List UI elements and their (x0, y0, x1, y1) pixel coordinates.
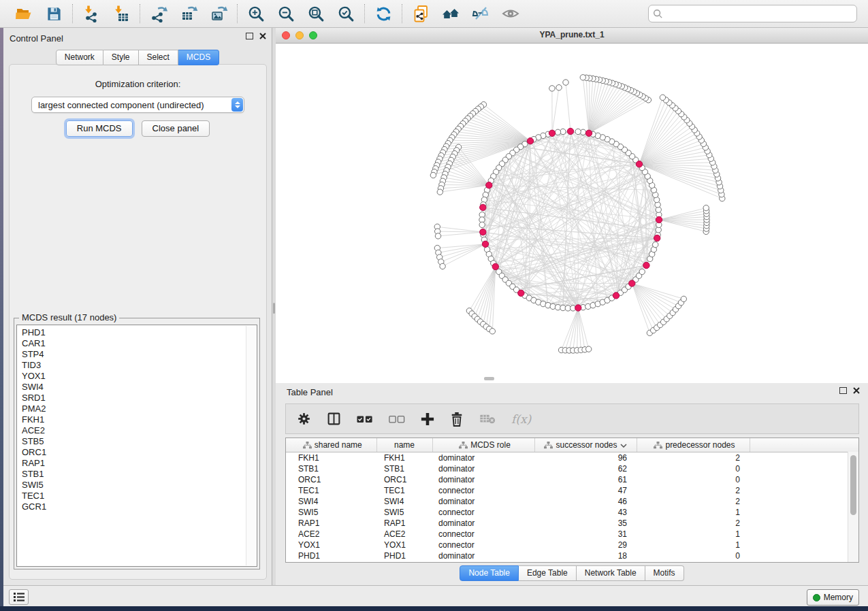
tab-edge-table[interactable]: Edge Table (519, 565, 577, 581)
table-cell: PHD1 (376, 550, 432, 561)
table-cell: dominator (432, 452, 534, 463)
network-view-window: YPA_prune.txt_1 (276, 28, 868, 383)
float-window-icon[interactable] (839, 387, 847, 394)
table-row[interactable]: SWI4SWI4dominator462 (286, 496, 858, 507)
add-column-icon[interactable] (421, 412, 434, 426)
clone-network-icon[interactable] (411, 4, 430, 23)
network-window-titlebar[interactable]: YPA_prune.txt_1 (276, 28, 868, 44)
zoom-selected-icon[interactable] (336, 4, 355, 23)
mcds-result-item[interactable]: STB5 (22, 436, 257, 447)
table-cell: ACE2 (376, 529, 432, 540)
mcds-result-item[interactable]: ACE2 (22, 425, 257, 436)
close-panel-icon[interactable] (853, 387, 860, 394)
column-header-successor-nodes[interactable]: successor nodes (534, 438, 637, 452)
mcds-result-item[interactable]: ORC1 (22, 447, 257, 458)
tab-mcds[interactable]: MCDS (178, 50, 219, 65)
eye-icon[interactable] (501, 4, 520, 23)
home-networks-icon[interactable] (441, 4, 460, 23)
table-row[interactable]: YOX1YOX1connector291 (286, 540, 858, 550)
mcds-result-item[interactable]: SWI5 (22, 480, 257, 491)
close-panel-icon[interactable] (259, 33, 266, 39)
table-row[interactable]: ACE2ACE2connector311 (286, 529, 858, 540)
close-panel-button[interactable]: Close panel (142, 120, 210, 137)
table-cell: STB1 (376, 463, 432, 474)
select-all-icon[interactable] (357, 415, 373, 423)
mcds-result-item[interactable]: PMA2 (22, 403, 257, 414)
memory-status-icon (813, 594, 820, 601)
table-scrollbar[interactable] (848, 452, 858, 562)
table-row[interactable]: STB1STB1dominator620 (286, 463, 858, 474)
mcds-result-item[interactable]: YOX1 (22, 371, 257, 382)
delete-table-icon (479, 414, 496, 425)
optimization-criterion-label: Optimization criterion: (10, 79, 266, 89)
table-row[interactable]: FKH1FKH1dominator962 (286, 452, 858, 463)
mcds-result-item[interactable]: CAR1 (22, 338, 257, 349)
tab-style[interactable]: Style (103, 50, 139, 65)
zoom-fit-icon[interactable] (306, 4, 325, 23)
gear-icon[interactable] (297, 412, 311, 426)
criterion-dropdown[interactable]: largest connected component (undirected) (31, 97, 244, 113)
table-cell: dominator (432, 550, 534, 561)
mcds-result-list[interactable]: PHD1CAR1STP4TID3YOX1SWI4SRD1PMA2FKH1ACE2… (16, 325, 257, 567)
tab-network-table[interactable]: Network Table (577, 565, 645, 581)
maximize-window-icon[interactable] (309, 31, 317, 39)
tab-node-table[interactable]: Node Table (460, 565, 519, 581)
mcds-result-item[interactable]: FKH1 (22, 414, 257, 425)
splitter-grip[interactable] (273, 303, 275, 314)
export-network-icon[interactable] (149, 4, 168, 23)
column-header-mcds-role[interactable]: MCDS role (432, 438, 534, 452)
table-row[interactable]: SWI5SWI5connector431 (286, 507, 858, 518)
save-icon[interactable] (44, 4, 63, 23)
table-cell: connector (432, 485, 534, 496)
column-header-predecessor-nodes[interactable]: predecessor nodes (637, 438, 750, 452)
column-header-shared-name[interactable]: shared name (286, 438, 376, 452)
open-folder-icon[interactable] (14, 4, 33, 23)
float-window-icon[interactable] (246, 33, 253, 39)
tab-select[interactable]: Select (139, 50, 178, 65)
tab-network[interactable]: Network (56, 50, 103, 65)
mcds-result-item[interactable]: SRD1 (22, 393, 257, 403)
table-row[interactable]: PHD1PHD1dominator180 (286, 550, 858, 561)
run-mcds-button[interactable]: Run MCDS (66, 120, 133, 137)
mcds-list-scrollbar[interactable] (246, 326, 256, 565)
columns-icon[interactable] (327, 412, 341, 426)
task-history-button[interactable] (9, 589, 29, 605)
network-canvas[interactable] (276, 44, 868, 384)
deselect-all-icon[interactable] (389, 415, 405, 423)
search-input[interactable] (663, 8, 852, 20)
mcds-result-item[interactable]: PHD1 (22, 327, 257, 338)
mcds-result-item[interactable]: STP4 (22, 349, 257, 360)
horizontal-splitter-grip[interactable] (484, 377, 494, 380)
table-cell: ORC1 (376, 474, 432, 485)
mcds-result-item[interactable]: TID3 (22, 360, 257, 371)
table-scrollbar-thumb[interactable] (850, 455, 856, 515)
table-row[interactable]: RAP1RAP1dominator352 (286, 518, 858, 529)
column-header-name[interactable]: name (376, 438, 432, 452)
mcds-result-item[interactable]: STB1 (22, 469, 257, 480)
close-window-icon[interactable] (282, 31, 290, 39)
tab-motifs[interactable]: Motifs (645, 565, 684, 581)
search-field[interactable] (648, 5, 857, 22)
refresh-layout-icon[interactable] (374, 4, 393, 23)
mcds-result-item[interactable]: GCR1 (22, 501, 257, 512)
table-row[interactable]: TEC1TEC1connector472 (286, 485, 858, 496)
export-table-icon[interactable] (179, 4, 198, 23)
mcds-result-item[interactable]: TEC1 (22, 491, 257, 501)
mcds-result-item[interactable]: RAP1 (22, 458, 257, 469)
hierarchy-icon (303, 442, 312, 449)
import-network-icon[interactable] (82, 4, 101, 23)
minimize-window-icon[interactable] (295, 31, 304, 39)
import-table-icon[interactable] (112, 4, 131, 23)
table-cell-filler (750, 518, 858, 529)
status-bar: Memory (3, 585, 868, 606)
table-cell: SWI5 (286, 507, 376, 518)
memory-button[interactable]: Memory (807, 589, 859, 606)
delete-icon[interactable] (450, 412, 464, 427)
visibility-off-icon[interactable] (471, 4, 490, 23)
table-row[interactable]: ORC1ORC1dominator610 (286, 474, 858, 485)
zoom-out-icon[interactable] (276, 4, 295, 23)
mcds-result-item[interactable]: SWI4 (22, 382, 257, 393)
export-image-icon[interactable] (209, 4, 228, 23)
table-cell: TEC1 (376, 485, 432, 496)
zoom-in-icon[interactable] (246, 4, 266, 23)
